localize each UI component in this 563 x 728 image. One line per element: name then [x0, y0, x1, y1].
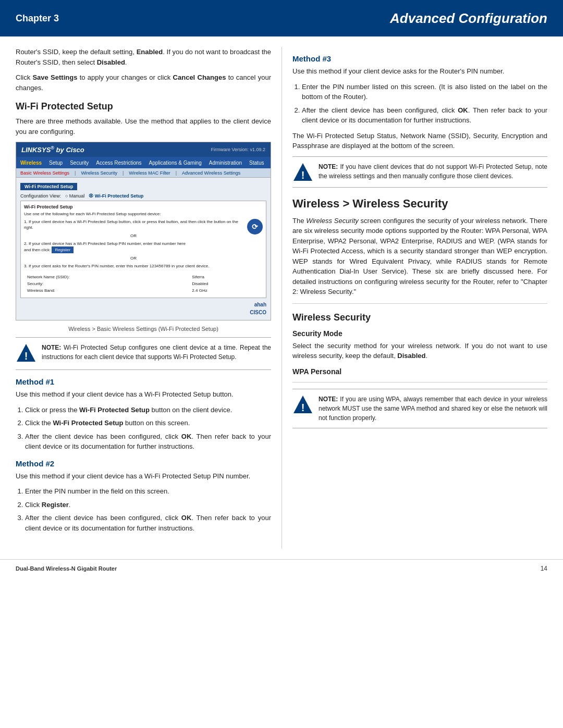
subnav-security: Wireless Security [81, 170, 117, 176]
note2-label: NOTE: [319, 163, 338, 170]
footer-page-number: 14 [541, 565, 547, 572]
method2-item2: Click Register. [25, 500, 271, 510]
note1-label: NOTE: [42, 344, 61, 351]
ssid-label: Network Name (SSID): [25, 274, 189, 280]
nav-wireless: Wireless [20, 160, 42, 166]
subnav-basic: Basic Wireless Settings [20, 170, 69, 176]
method1-intro: Use this method if your client device ha… [16, 389, 271, 400]
wps-circle-icon: ⟳ [247, 219, 263, 235]
screenshot-caption: Wireless > Basic Wireless Settings (Wi-F… [16, 326, 271, 332]
subnav-advanced: Advanced Wireless Settings [182, 170, 240, 176]
divider-1 [292, 303, 547, 304]
divider-2 [292, 382, 547, 382]
method2-title: Method #2 [16, 459, 271, 468]
note-icon-3: ! [292, 394, 313, 423]
wps-status-table: Network Name (SSID): Siferra Security: D… [24, 273, 263, 294]
note-box-2: ! NOTE: If you have client devices that … [292, 156, 547, 188]
wps-desc: Use one of the following for each Wi-Fi … [24, 211, 263, 217]
security-value: Disabled [190, 281, 262, 287]
note-triangle-icon-2: ! [292, 162, 313, 182]
table-row: Wireless Band: 2.4 GHz [25, 288, 262, 293]
method3-title: Method #3 [292, 54, 547, 63]
firmware-version: Firmware Version: v1.09.2 [211, 147, 265, 152]
note-text-1: NOTE: Wi-Fi Protected Setup configures o… [42, 343, 271, 364]
wps-step3: 3. If your client asks for the Router's … [24, 263, 243, 269]
wps-step1: 1. If your client device has a Wi-Fi Pro… [24, 219, 243, 230]
main-content: Router's SSID, keep the default setting,… [0, 36, 563, 549]
ssid-value: Siferra [190, 274, 262, 280]
wps-content-title: Wi-Fi Protected Setup [24, 204, 263, 209]
method3-item2: After the client device has been configu… [302, 105, 547, 126]
note-box-1: ! NOTE: Wi-Fi Protected Setup configures… [16, 337, 271, 370]
method3-intro: Use this method if your client device as… [292, 66, 547, 77]
cisco-text: ahahCISCO [250, 302, 266, 315]
method2-item3: After the client device has been configu… [25, 513, 271, 533]
screenshot-nav: Wireless Setup Security Access Restricti… [16, 157, 271, 168]
method1-title: Method #1 [16, 377, 271, 386]
nav-status: Status [249, 160, 264, 166]
screenshot-box: LINKSYS® by Cisco Firmware Version: v1.0… [16, 142, 271, 320]
note3-label: NOTE: [319, 396, 338, 403]
note-box-3: ! NOTE: If you are using WPA, always rem… [292, 389, 547, 428]
note-text-3: NOTE: If you are using WPA, always remem… [319, 394, 547, 423]
wps-or1: OR [24, 233, 243, 239]
footer-device-label: Dual-Band Wireless-N Gigabit Router [16, 565, 117, 572]
right-column: Method #3 Use this method if your client… [282, 47, 563, 549]
method3-close: The Wi-Fi Protected Setup Status, Networ… [292, 131, 547, 151]
wps-intro: There are three methods available. Use t… [16, 116, 271, 137]
wps-badge: Wi-Fi Protected Setup [20, 183, 77, 190]
manual-option: ○ Manual [65, 193, 84, 199]
cisco-logo: ahahCISCO [20, 300, 266, 316]
svg-text:!: ! [301, 402, 305, 413]
config-row: Configuration View: ○ Manual ⦿ Wi-Fi Pro… [20, 193, 266, 199]
wireless-security-intro: The Wireless Security screen configures … [292, 216, 547, 297]
subnav-mac: Wireless MAC Filter [129, 170, 170, 176]
table-row: Security: Disabled [25, 281, 262, 287]
method1-item3: After the client device has been configu… [25, 431, 271, 452]
method1-item2: Click the Wi-Fi Protected Setup button o… [25, 418, 271, 428]
screenshot-body: Wi-Fi Protected Setup Configuration View… [16, 178, 271, 320]
note3-body: If you are using WPA, always remember th… [319, 396, 547, 422]
method2-intro: Use this method if your client device ha… [16, 471, 271, 482]
method2-list: Enter the PIN number in the field on thi… [16, 486, 271, 533]
register-button[interactable]: Register [52, 246, 74, 253]
linksys-logo: LINKSYS® by Cisco [21, 145, 84, 154]
security-label: Security: [25, 281, 189, 287]
note-triangle-icon-3: ! [292, 394, 313, 414]
note-triangle-icon: ! [16, 343, 36, 363]
nav-access: Access Restrictions [96, 160, 141, 166]
method2-item1: Enter the PIN number in the field on thi… [25, 486, 271, 497]
note-text-2: NOTE: If you have client devices that do… [319, 162, 547, 182]
page-title: Advanced Configuration [136, 10, 563, 27]
nav-apps: Applications & Gaming [149, 160, 202, 166]
note-icon-1: ! [16, 343, 36, 364]
band-label: Wireless Band: [25, 288, 189, 293]
wps-content: Wi-Fi Protected Setup Use one of the fol… [20, 201, 266, 298]
wifi-protected-setup-title: Wi-Fi Protected Setup [16, 101, 271, 112]
method3-list: Enter the PIN number listed on this scre… [292, 82, 547, 126]
config-label: Configuration View: [20, 193, 61, 199]
note1-body: Wi-Fi Protected Setup configures one cli… [42, 344, 271, 361]
page-footer: Dual-Band Wireless-N Gigabit Router 14 [0, 559, 563, 577]
svg-text:!: ! [301, 169, 305, 181]
wpa-personal-title: WPA Personal [292, 367, 547, 376]
screenshot-header-bar: LINKSYS® by Cisco Firmware Version: v1.0… [16, 142, 271, 157]
intro-p2: Click Save Settings to apply your change… [16, 72, 271, 93]
intro-p1: Router's SSID, keep the default setting,… [16, 47, 271, 67]
wps-option: ⦿ Wi-Fi Protected Setup [89, 193, 143, 199]
method1-list: Click or press the Wi-Fi Protected Setup… [16, 405, 271, 452]
wireless-security-sub-title: Wireless Security [292, 312, 547, 323]
chapter-label: Chapter 3 [0, 13, 136, 24]
nav-setup: Setup [49, 160, 63, 166]
note-icon-2: ! [292, 162, 313, 182]
note2-body: If you have client devices that do not s… [319, 163, 547, 180]
method3-item1: Enter the PIN number listed on this scre… [302, 82, 547, 102]
method1-item1: Click or press the Wi-Fi Protected Setup… [25, 405, 271, 415]
nav-security: Security [70, 160, 89, 166]
wps-button-icon: ⟳ [247, 219, 263, 235]
wps-step2: 2. If your client device has a Wi-Fi Pro… [24, 241, 243, 253]
svg-text:!: ! [25, 350, 28, 362]
wireless-security-heading: Wireless > Wireless Security [292, 197, 547, 211]
nav-admin: Administration [209, 160, 242, 166]
screenshot-sub-nav: Basic Wireless Settings | Wireless Secur… [16, 168, 271, 178]
